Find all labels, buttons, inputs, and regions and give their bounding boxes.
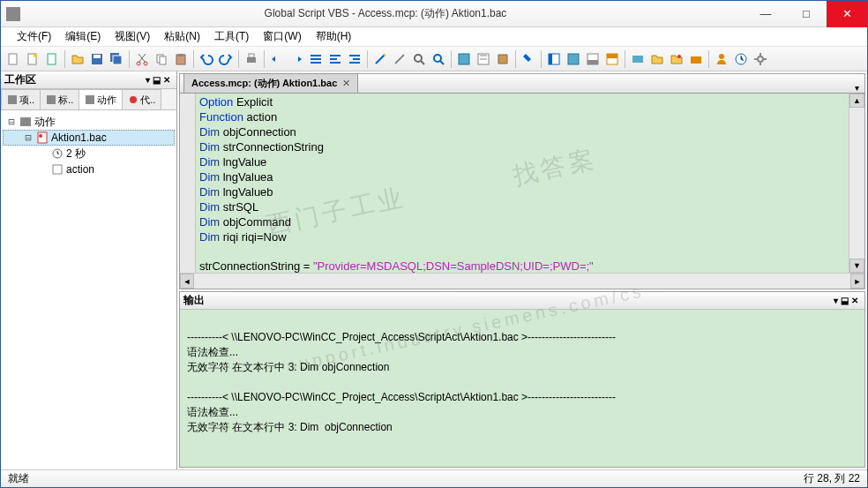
pane2-icon[interactable]	[565, 50, 582, 68]
svg-rect-19	[330, 55, 340, 56]
find2-icon[interactable]	[430, 50, 447, 68]
status-position: 行 28, 列 22	[804, 471, 860, 486]
new-sheet-icon[interactable]	[43, 50, 61, 68]
bookmark2-icon[interactable]	[326, 50, 344, 68]
menu-edit[interactable]: 编辑(E)	[58, 27, 108, 46]
output-line: 语法检查...	[187, 345, 857, 360]
svg-rect-11	[160, 56, 166, 64]
save-all-icon[interactable]	[108, 50, 125, 68]
indent-right-icon[interactable]	[288, 50, 305, 68]
pane3-icon[interactable]	[584, 50, 602, 68]
minimize-button[interactable]: —	[745, 1, 786, 27]
output-body[interactable]: ----------< \\LENOVO-PC\WinCC_Project_Ac…	[180, 310, 864, 467]
svg-rect-27	[459, 54, 469, 64]
tree-file[interactable]: ⊟Aktion1.bac	[3, 130, 175, 146]
svg-rect-33	[587, 60, 598, 64]
module1-icon[interactable]	[455, 50, 473, 68]
indent-left-icon[interactable]	[268, 50, 286, 68]
svg-rect-3	[48, 54, 56, 64]
output-panel: 输出 ▾ ⬓ ✕ ----------< \\LENOVO-PC\WinCC_P…	[179, 291, 865, 468]
new-page-icon[interactable]	[24, 50, 41, 68]
editor-tab[interactable]: Access.mcp: (动作) Aktion1.bac ✕	[183, 73, 358, 93]
gear-icon[interactable]	[752, 50, 769, 68]
svg-rect-7	[113, 56, 122, 64]
pane4-icon[interactable]	[603, 50, 621, 68]
workspace-tabs: 项.. 标.. 动作 代..	[1, 89, 176, 110]
code-editor[interactable]: Option Explicit Function action Dim objC…	[180, 94, 864, 273]
svg-rect-15	[249, 54, 254, 57]
tool-icon[interactable]	[520, 50, 537, 68]
editor-tabs: Access.mcp: (动作) Aktion1.bac ✕ ▾	[180, 74, 864, 94]
workspace-buttons[interactable]: ▾ ⬓ ✕	[143, 75, 173, 85]
svg-rect-13	[178, 54, 183, 56]
svg-rect-31	[568, 54, 579, 64]
comp4-icon[interactable]	[687, 50, 705, 68]
bookmark1-icon[interactable]	[307, 50, 325, 68]
svg-rect-46	[20, 117, 31, 126]
script-icon	[36, 131, 49, 144]
menu-paste[interactable]: 粘贴(N)	[157, 27, 207, 46]
svg-point-26	[434, 55, 441, 62]
save-icon[interactable]	[88, 50, 106, 68]
workspace-header: 工作区 ▾ ⬓ ✕	[1, 71, 176, 89]
window-title: Global Script VBS - Access.mcp: (动作) Akt…	[26, 6, 745, 21]
tree-root[interactable]: ⊟动作	[3, 114, 175, 130]
user-icon[interactable]	[713, 50, 730, 68]
menu-tools[interactable]: 工具(T)	[207, 27, 256, 46]
vertical-scrollbar[interactable]: ▲▼	[849, 94, 864, 273]
tree-trigger[interactable]: 2 秒	[3, 146, 175, 161]
bookmark3-icon[interactable]	[346, 50, 363, 68]
undo-icon[interactable]	[198, 50, 215, 68]
menu-help[interactable]: 帮助(H)	[309, 27, 359, 46]
output-line: 无效字符 在文本行中 3: Dim objConnection	[187, 420, 857, 435]
book-icon[interactable]	[494, 50, 512, 68]
menu-view[interactable]: 视图(V)	[108, 27, 157, 46]
horizontal-scrollbar[interactable]: ◄►	[180, 273, 864, 289]
redo-icon[interactable]	[217, 50, 235, 68]
comp2-icon[interactable]	[648, 50, 666, 68]
tab-dropdown-icon[interactable]: ▾	[849, 83, 864, 93]
comp3-icon[interactable]	[668, 50, 685, 68]
open-icon[interactable]	[69, 50, 86, 68]
menu-file[interactable]: 文件(F)	[10, 27, 58, 46]
svg-point-45	[130, 96, 137, 103]
svg-rect-21	[330, 62, 340, 64]
tree-function[interactable]: action	[3, 161, 175, 177]
copy-icon[interactable]	[153, 50, 170, 68]
app-icon	[6, 7, 20, 21]
menu-window[interactable]: 窗口(W)	[256, 27, 308, 46]
ws-tab-actions[interactable]: 动作	[79, 89, 123, 109]
close-tab-icon[interactable]: ✕	[342, 78, 350, 89]
comp1-icon[interactable]	[629, 50, 647, 68]
wand2-icon[interactable]	[391, 50, 408, 68]
tree-view[interactable]: ⊟动作 ⊟Aktion1.bac 2 秒 action	[1, 110, 176, 469]
pane1-icon[interactable]	[545, 50, 563, 68]
clock-icon[interactable]	[732, 50, 750, 68]
svg-rect-44	[86, 95, 94, 104]
svg-rect-50	[53, 165, 62, 174]
code-content[interactable]: Option Explicit Function action Dim objC…	[196, 94, 849, 273]
right-area: Access.mcp: (动作) Aktion1.bac ✕ ▾ Option …	[177, 71, 867, 469]
svg-rect-24	[349, 62, 360, 64]
close-button[interactable]: ✕	[827, 1, 867, 27]
ws-tab-project[interactable]: 项..	[1, 89, 41, 109]
ws-tab-code[interactable]: 代..	[122, 89, 161, 109]
paste-icon[interactable]	[172, 50, 190, 68]
svg-rect-38	[691, 56, 701, 64]
main-area: 工作区 ▾ ⬓ ✕ 项.. 标.. 动作 代.. ⊟动作 ⊟Aktion1.ba…	[1, 71, 867, 469]
output-line: ----------< \\LENOVO-PC\WinCC_Project_Ac…	[187, 390, 857, 405]
print-icon[interactable]	[243, 50, 260, 68]
wand-icon[interactable]	[371, 50, 389, 68]
cut-icon[interactable]	[133, 50, 151, 68]
svg-rect-0	[9, 54, 17, 64]
output-buttons[interactable]: ▾ ⬓ ✕	[831, 296, 861, 305]
svg-point-48	[39, 134, 42, 138]
find-icon[interactable]	[410, 50, 428, 68]
svg-rect-35	[607, 54, 617, 58]
new-file-icon[interactable]	[4, 50, 22, 68]
svg-rect-18	[311, 62, 321, 64]
maximize-button[interactable]: □	[786, 1, 827, 27]
ws-tab-standard[interactable]: 标..	[40, 89, 79, 109]
svg-rect-22	[349, 55, 360, 56]
module2-icon[interactable]	[475, 50, 492, 68]
